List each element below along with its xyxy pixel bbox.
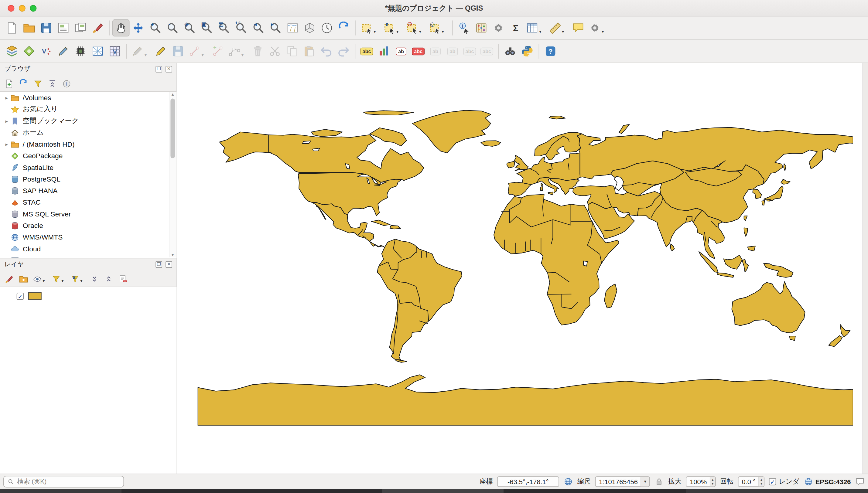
expand-arrow-icon[interactable]: ▸ — [3, 142, 10, 147]
filter-legend-button[interactable]: ▾ — [50, 272, 67, 286]
browser-item-stac[interactable]: STAC — [0, 196, 176, 208]
scale-combobox[interactable]: 1:101765456 ▾ — [595, 476, 650, 487]
browser-item-cloud[interactable]: Cloud — [0, 243, 176, 254]
filter-browser-button[interactable] — [31, 77, 44, 90]
new-3d-map-view-button[interactable] — [301, 19, 319, 37]
save-project-button[interactable] — [38, 19, 55, 37]
rotation-spinbox[interactable]: 0.0 ° ▴▾ — [738, 476, 765, 487]
pan-to-selection-button[interactable] — [130, 19, 147, 37]
log-messages-icon[interactable] — [855, 477, 865, 486]
collapse-all-button[interactable] — [45, 77, 59, 90]
zoom-full-button[interactable]: ◈ — [181, 19, 198, 37]
lock-scale-icon[interactable] — [655, 477, 664, 486]
toggle-editing-button[interactable] — [152, 43, 169, 60]
help-contents-button[interactable] — [542, 43, 559, 60]
temporal-controller-button[interactable] — [318, 19, 336, 37]
browser-close-button[interactable]: ✕ — [166, 66, 172, 72]
scrollbar-thumb[interactable] — [170, 98, 175, 158]
layer-visibility-checkbox[interactable]: ✓ — [17, 292, 24, 300]
options-button[interactable] — [490, 19, 507, 37]
browser-item-favorites[interactable]: お気に入り — [0, 104, 176, 115]
map-tips-button[interactable] — [570, 19, 587, 37]
open-project-button[interactable] — [20, 19, 38, 37]
layers-close-button[interactable]: ✕ — [166, 261, 172, 267]
layer-row-ne-50m-admin-0-countries[interactable]: ✓ne_50m_admin_0_countries — [0, 290, 176, 302]
statistical-summary-button[interactable] — [507, 19, 525, 37]
filter-by-expression-button[interactable]: ε▾ — [69, 272, 86, 286]
add-group-button[interactable] — [17, 272, 30, 286]
new-project-button[interactable] — [3, 19, 21, 37]
zoom-to-selection-button[interactable]: ▣ — [198, 19, 216, 37]
zoom-window-button[interactable] — [30, 5, 37, 12]
zoom-last-button[interactable]: ◂ — [250, 19, 267, 37]
browser-item-spatialite[interactable]: SpatiaLite — [0, 162, 176, 173]
select-by-location-button[interactable]: ◎▾ — [427, 19, 449, 37]
zoom-out-button[interactable]: - — [164, 19, 181, 37]
expand-arrow-icon[interactable]: ▸ — [3, 118, 10, 124]
python-console-button[interactable] — [519, 43, 536, 60]
zoom-in-button[interactable]: + — [147, 19, 164, 37]
manage-map-themes-button[interactable]: ▾ — [31, 272, 48, 286]
map-canvas[interactable] — [177, 63, 868, 474]
collapse-all-layers-button[interactable] — [102, 272, 115, 286]
minimize-window-button[interactable] — [19, 5, 25, 12]
new-geopackage-layer-button[interactable] — [20, 43, 38, 60]
style-manager-button[interactable] — [89, 19, 106, 37]
measure-button[interactable]: ▾ — [547, 19, 570, 37]
spinner-arrows-icon[interactable]: ▴▾ — [758, 477, 764, 486]
remove-layer-button[interactable] — [116, 272, 130, 286]
refresh-map-button[interactable] — [336, 19, 353, 37]
pan-map-button[interactable] — [112, 19, 130, 37]
browser-properties-button[interactable] — [60, 77, 73, 90]
layout-manager-button[interactable] — [72, 19, 89, 37]
browser-item-postgresql[interactable]: PostgreSQL — [0, 173, 176, 185]
zoom-native-resolution-button[interactable]: 1:1 — [233, 19, 250, 37]
render-checkbox[interactable]: ✓ レンダ — [769, 477, 799, 486]
new-temporary-scratch-layer-button[interactable] — [72, 43, 89, 60]
spinner-arrows-icon[interactable]: ▴▾ — [710, 477, 715, 486]
pin-labels-button[interactable]: ab — [393, 43, 410, 60]
browser-item-scenes[interactable]: Scenes — [0, 254, 176, 258]
browser-item-home[interactable]: ホーム — [0, 127, 176, 138]
new-print-layout-button[interactable] — [55, 19, 72, 37]
refresh-browser-button[interactable] — [17, 77, 30, 90]
coordinate-input[interactable]: -63.5°,-178.1° — [497, 476, 559, 487]
scroll-up-icon[interactable]: ▲ — [169, 92, 176, 96]
layer-color-swatch[interactable] — [28, 292, 42, 300]
select-features-by-value-button[interactable]: ε▾ — [381, 19, 404, 37]
browser-item-sap-hana[interactable]: SAP HANA — [0, 185, 176, 196]
browser-item-geopackage[interactable]: GeoPackage — [0, 150, 176, 162]
zoom-to-layer-button[interactable]: ▤ — [215, 19, 233, 37]
select-features-button[interactable]: ▾ — [359, 19, 381, 37]
field-calculator-button[interactable] — [473, 19, 490, 37]
highlight-pinned-labels-button[interactable]: abc — [410, 43, 427, 60]
metasearch-button[interactable] — [502, 43, 519, 60]
browser-item-spatial-bookmarks[interactable]: ▸空間ブックマーク — [0, 115, 176, 127]
crs-indicator[interactable]: EPSG:4326 — [804, 477, 851, 486]
deselect-features-button[interactable]: ∅▾ — [404, 19, 427, 37]
magnifier-spinbox[interactable]: 100% ▴▾ — [686, 476, 716, 487]
layer-labeling-options-button[interactable]: abc — [358, 43, 375, 60]
browser-undock-button[interactable]: ❐ — [155, 66, 162, 72]
chevron-down-icon[interactable]: ▾ — [640, 477, 649, 486]
data-source-manager-button[interactable] — [3, 43, 21, 60]
new-virtual-layer-button[interactable] — [106, 43, 124, 60]
layers-undock-button[interactable]: ❐ — [155, 261, 162, 267]
new-map-view-button[interactable] — [284, 19, 301, 37]
browser-item-volumes[interactable]: ▸/Volumes — [0, 92, 176, 104]
new-mesh-layer-button[interactable] — [89, 43, 106, 60]
identify-features-button[interactable] — [456, 19, 473, 37]
browser-scrollbar[interactable]: ▲ ▼ — [169, 92, 176, 257]
new-spatialite-layer-button[interactable] — [55, 43, 72, 60]
locator-settings-button[interactable]: ▾ — [587, 19, 610, 37]
browser-item-oracle[interactable]: Oracle — [0, 220, 176, 231]
expand-all-button[interactable] — [87, 272, 101, 286]
extent-toggle-icon[interactable] — [564, 477, 573, 486]
attribute-table-button[interactable]: ▾ — [524, 19, 547, 37]
expand-arrow-icon[interactable]: ▸ — [3, 95, 10, 101]
browser-item-wms-wmts[interactable]: WMS/WMTS — [0, 231, 176, 243]
browser-item-macintosh-hd[interactable]: ▸/ (Macintosh HD) — [0, 138, 176, 150]
layer-diagram-options-button[interactable] — [375, 43, 393, 60]
open-layer-styling-button[interactable] — [2, 272, 16, 286]
locator-search-input[interactable]: 検索 (⌘K) — [3, 476, 124, 488]
